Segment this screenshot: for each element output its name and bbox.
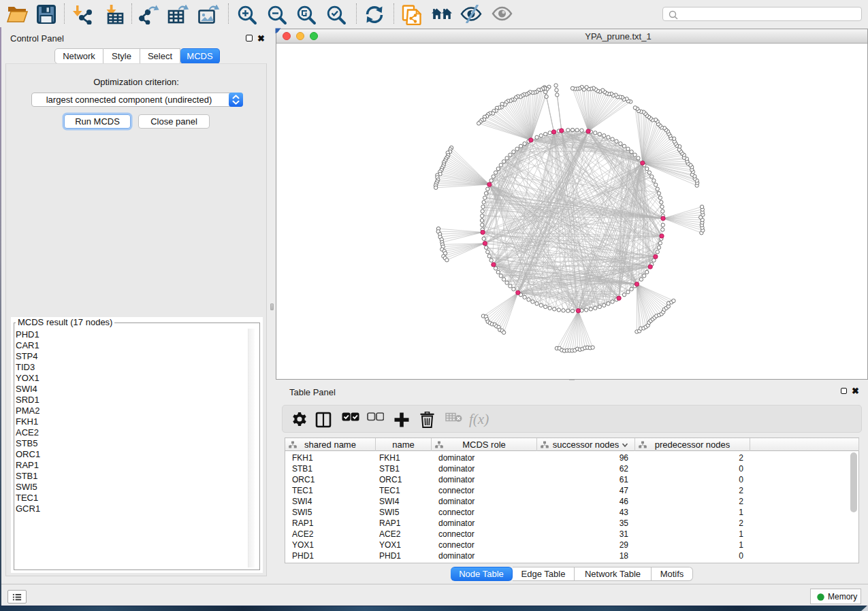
svg-text:f(x): f(x) — [469, 411, 489, 427]
